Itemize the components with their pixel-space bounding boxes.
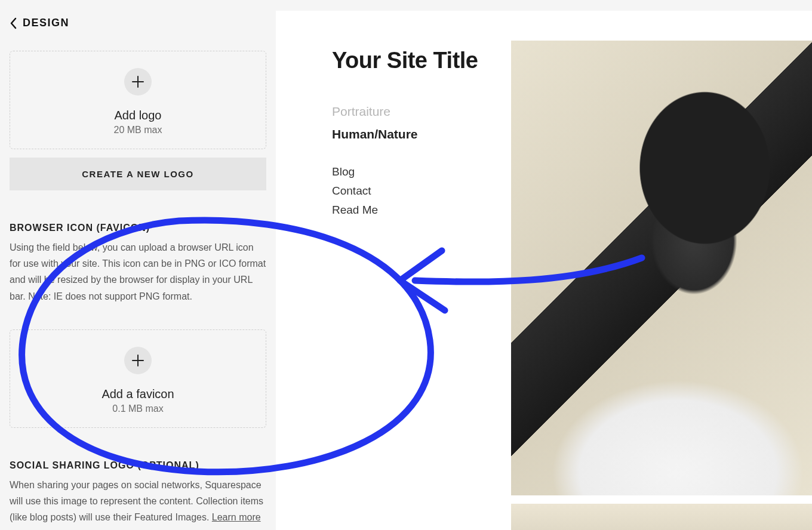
nav-item-human-nature[interactable]: Human/Nature	[332, 127, 511, 141]
back-to-design[interactable]: DESIGN	[10, 17, 266, 29]
create-new-logo-button[interactable]: CREATE A NEW LOGO	[10, 158, 266, 190]
portrait-image	[511, 41, 812, 495]
nav-item-readme[interactable]: Read Me	[332, 204, 511, 217]
site-title[interactable]: Your Site Title	[332, 48, 511, 73]
favicon-section-desc: Using the field below, you can upload a …	[10, 239, 266, 304]
nav-item-portraiture[interactable]: Portraiture	[332, 104, 511, 119]
favicon-upload-title: Add a favicon	[102, 387, 174, 401]
social-section-heading: SOCIAL SHARING LOGO (OPTIONAL)	[10, 460, 266, 471]
chevron-left-icon	[10, 17, 18, 29]
back-label: DESIGN	[23, 17, 69, 29]
nav-item-blog[interactable]: Blog	[332, 165, 511, 178]
site-preview: Your Site Title Portraiture Human/Nature…	[276, 11, 812, 530]
logo-upload-title: Add logo	[115, 109, 162, 122]
favicon-upload-dropzone[interactable]: Add a favicon 0.1 MB max	[10, 329, 266, 428]
preview-image-column	[511, 41, 812, 530]
logo-upload-dropzone[interactable]: Add logo 20 MB max	[10, 51, 266, 149]
learn-more-link[interactable]: Learn more	[212, 512, 261, 522]
favicon-upload-sub: 0.1 MB max	[112, 403, 163, 414]
social-section-desc: When sharing your pages on social networ…	[10, 477, 266, 526]
plus-icon	[124, 347, 152, 374]
plus-icon	[124, 68, 152, 95]
preview-nav: Your Site Title Portraiture Human/Nature…	[332, 48, 511, 223]
portrait-image-2	[511, 504, 812, 530]
nav-item-contact[interactable]: Contact	[332, 184, 511, 198]
design-sidebar: DESIGN Add logo 20 MB max CREATE A NEW L…	[0, 0, 276, 530]
logo-upload-sub: 20 MB max	[114, 125, 162, 135]
favicon-section-heading: BROWSER ICON (FAVICON)	[10, 223, 266, 233]
